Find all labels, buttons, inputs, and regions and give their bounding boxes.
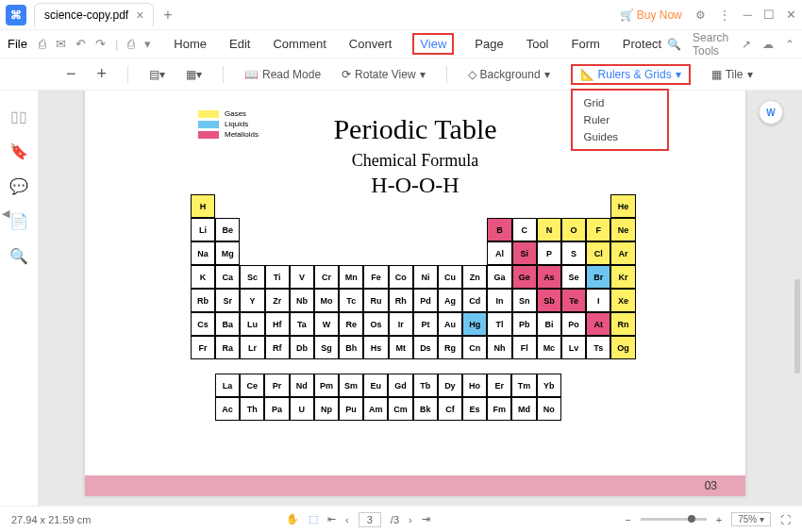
read-mode-button[interactable]: 📖 Read Mode [244, 68, 321, 81]
search-input[interactable]: Search Tools [693, 31, 730, 58]
undo-icon[interactable]: ↶ [75, 37, 86, 51]
element-Cl: Cl [586, 241, 610, 265]
file-menu[interactable]: File [8, 37, 27, 51]
element-Y: Y [240, 289, 264, 312]
print-icon[interactable]: ⎙ [127, 37, 135, 51]
tab-page[interactable]: Page [473, 33, 505, 55]
element-Te: Te [561, 289, 586, 312]
element-La: La [215, 374, 240, 397]
element-Pb: Pb [512, 312, 537, 336]
minimize-button[interactable]: ─ [744, 8, 752, 22]
element-Fm: Fm [487, 397, 511, 421]
element-Ra: Ra [215, 336, 240, 359]
rulers-grids-button[interactable]: 📐 Rulers & Grids▾ [580, 68, 681, 81]
redo-icon[interactable]: ↷ [95, 37, 106, 51]
last-page-icon[interactable]: ⇥ [422, 513, 430, 525]
word-export-badge[interactable]: W [759, 100, 783, 125]
element-In: In [487, 289, 511, 312]
bookmark-icon[interactable]: 🔖 [9, 142, 28, 160]
search-panel-icon[interactable]: 🔍 [9, 247, 28, 265]
background-button[interactable]: ◇ Background▾ [468, 68, 550, 81]
fit-page-icon[interactable]: ⛶ [780, 514, 791, 525]
attachment-icon[interactable]: 📄 [9, 212, 28, 230]
tab-protect[interactable]: Protect [621, 33, 663, 55]
tab-tool[interactable]: Tool [525, 33, 551, 55]
tab-view[interactable]: View [412, 33, 454, 55]
element-Au: Au [438, 312, 462, 336]
zoom-out-icon[interactable]: − [625, 514, 630, 525]
canvas[interactable]: Gases Liquids Metalloids Periodic Table … [38, 91, 802, 506]
menu-icon[interactable]: ⚙ [695, 8, 706, 22]
search-icon[interactable]: 🔍 [667, 38, 681, 51]
zoom-value[interactable]: 75% ▾ [731, 512, 771, 526]
page-layout-2[interactable]: ▦▾ [186, 68, 202, 81]
tab-edit[interactable]: Edit [227, 33, 252, 55]
mail-icon[interactable]: ✉ [56, 37, 66, 51]
element-Po: Po [561, 312, 586, 336]
element-Co: Co [389, 265, 413, 289]
dropdown-ruler[interactable]: Ruler [573, 111, 667, 128]
statusbar: 27.94 x 21.59 cm ✋ ⬚ ⇤ ‹ 3 /3 › ⇥ − + 75… [0, 506, 802, 532]
more-icon[interactable]: ⋮ [719, 8, 730, 22]
tab-home[interactable]: Home [172, 33, 209, 55]
thumbnails-icon[interactable]: ▯▯ [10, 108, 27, 125]
element-W: W [314, 312, 339, 336]
close-button[interactable]: ✕ [786, 8, 796, 22]
rotate-view-button[interactable]: ⟳ Rotate View▾ [342, 68, 425, 81]
zoom-out-button[interactable]: − [66, 64, 76, 84]
tab-form[interactable]: Form [570, 33, 602, 55]
zoom-in-icon[interactable]: + [716, 514, 722, 525]
print-dropdown-icon[interactable]: ▾ [144, 37, 151, 51]
close-icon[interactable]: × [136, 8, 143, 23]
element-Sg: Sg [314, 336, 339, 359]
element-Ge: Ge [512, 265, 537, 289]
rulers-grids-highlight: 📐 Rulers & Grids▾ Grid Ruler Guides [571, 64, 691, 85]
element-Am: Am [363, 397, 388, 421]
vertical-scrollbar[interactable] [794, 279, 800, 374]
element-N: N [537, 218, 561, 241]
element-Rn: Rn [610, 312, 635, 336]
element-Fe: Fe [363, 265, 388, 289]
element-Ta: Ta [290, 312, 314, 336]
tab-convert[interactable]: Convert [347, 33, 394, 55]
element-Sn: Sn [512, 289, 537, 312]
element-Er: Er [487, 374, 511, 397]
element-Th: Th [240, 397, 264, 421]
page-total: /3 [391, 514, 399, 525]
element-Pt: Pt [413, 312, 438, 336]
dropdown-guides[interactable]: Guides [573, 128, 667, 145]
prev-page-icon[interactable]: ‹ [345, 514, 349, 525]
tile-button[interactable]: ▦ Tile▾ [711, 68, 753, 81]
page-layout-1[interactable]: ▤▾ [149, 68, 165, 81]
new-tab-button[interactable]: + [163, 7, 172, 24]
document-tab[interactable]: science-copy.pdf × [34, 3, 154, 26]
element-Ca: Ca [215, 265, 240, 289]
cloud-icon[interactable]: ☁ [762, 38, 774, 51]
element-Cd: Cd [462, 289, 487, 312]
element-Zr: Zr [265, 289, 290, 312]
element-Cf: Cf [438, 397, 462, 421]
element-Fl: Fl [512, 336, 537, 359]
zoom-in-button[interactable]: + [97, 64, 108, 84]
dropdown-grid[interactable]: Grid [573, 94, 667, 111]
next-page-icon[interactable]: › [409, 514, 412, 525]
tab-comment[interactable]: Comment [271, 33, 327, 55]
element-Cr: Cr [314, 265, 339, 289]
element-Rf: Rf [265, 336, 290, 359]
zoom-slider[interactable] [641, 518, 707, 521]
maximize-button[interactable]: ☐ [763, 8, 775, 22]
collapse-icon[interactable]: ⌃ [785, 38, 794, 51]
element-Ti: Ti [265, 265, 290, 289]
comment-icon[interactable]: 💬 [9, 177, 28, 195]
element-U: U [290, 397, 314, 421]
element-S: S [561, 241, 586, 265]
buy-now-link[interactable]: 🛒 Buy Now [620, 8, 682, 22]
page-input[interactable]: 3 [359, 512, 381, 527]
select-tool-icon[interactable]: ⬚ [309, 513, 318, 525]
save-icon[interactable]: ⎙ [39, 37, 46, 51]
element-Se: Se [561, 265, 586, 289]
hand-tool-icon[interactable]: ✋ [286, 513, 299, 525]
share-icon[interactable]: ↗ [742, 38, 751, 51]
prev-doc-arrow[interactable]: ◀ [2, 208, 9, 220]
first-page-icon[interactable]: ⇤ [327, 513, 336, 525]
